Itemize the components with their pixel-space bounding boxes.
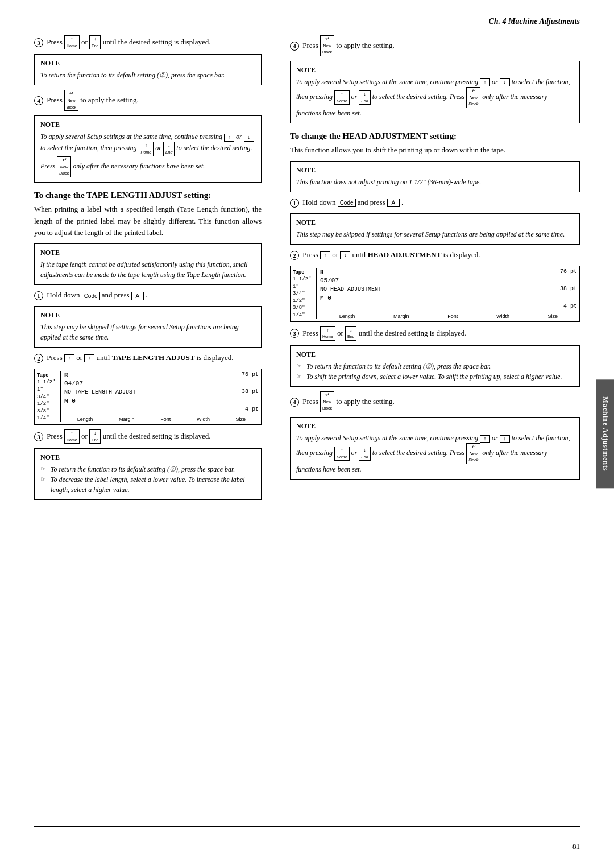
- head-step3-number: 3: [290, 329, 299, 338]
- tape-step3-or: or: [81, 432, 88, 440]
- note5-item2: To decrease the label length, select a l…: [40, 474, 255, 495]
- lcd1-footer-length: Length: [77, 416, 93, 422]
- tape-step2-text1: until: [97, 353, 110, 362]
- lcd2-size-1_4: 1/4": [293, 312, 305, 318]
- right-note4-item2: To shift the printing down, select a low…: [296, 371, 574, 382]
- head-step2-key1: ↑: [320, 251, 330, 259]
- note4-label: NOTE: [40, 311, 255, 320]
- lcd1-line2: NO TAPE LENGTH ADJUST: [64, 388, 238, 396]
- right-note5-key2: ↓: [500, 435, 510, 443]
- lcd1-footer-margin: Margin: [119, 416, 135, 422]
- step4-text: to apply the setting.: [80, 96, 139, 104]
- lcd1-size3: 4 pt: [245, 406, 259, 412]
- right-note5-key4: ↓End: [359, 447, 370, 461]
- head-adj-body: This function allows you to shift the pr…: [290, 144, 580, 156]
- lcd2-line2: NO HEAD ADJUSTMENT: [320, 285, 557, 294]
- note1-text: To return the function to its default se…: [40, 70, 255, 80]
- right-note5-key1: ↑: [480, 435, 490, 443]
- tape-step2-or: or: [76, 353, 82, 362]
- lcd1-size-3_4: 3/4": [37, 394, 49, 400]
- lcd1-footer-font: Font: [160, 416, 171, 422]
- right-note1-key1: ↑: [480, 78, 490, 86]
- right-column: 4 Press ↵NewBlock to apply the setting. …: [279, 32, 614, 821]
- head-step4-text: to apply the setting.: [336, 397, 395, 406]
- head-step2-text1: until: [352, 250, 366, 259]
- lcd1-right: 76 pt 38 pt 4 pt: [238, 371, 259, 412]
- lcd1-size-1: 1": [37, 387, 43, 392]
- tape-length-heading: To change the TAPE LENGTH ADJUST setting…: [34, 191, 262, 200]
- lcd2-footer: Length Margin Font Width Size: [320, 312, 577, 319]
- note2-key4: ↓End: [163, 142, 175, 156]
- right-note4-item1: To return the function to its default se…: [296, 361, 574, 371]
- note5-box: NOTE To return the function to its defau…: [34, 448, 262, 500]
- right-note2-label: NOTE: [296, 166, 574, 175]
- lcd1-size-1_2: 1/2": [37, 401, 49, 407]
- lcd1-tape-sizes: Tape 1 1/2" 1" 3/4" 1/2" 3/8" 1/4": [37, 371, 61, 422]
- step4-number: 4: [34, 96, 43, 105]
- tape-step1-hold-label: Hold down: [47, 291, 80, 299]
- step4-press-label: Press: [47, 96, 62, 104]
- lcd2-main: 05/07 NO HEAD ADJUSTMENT M 0: [320, 276, 557, 303]
- step3-or-label: or: [81, 38, 88, 46]
- note4-box: NOTE This step may be skipped if setting…: [34, 306, 262, 348]
- head-step3-text: until the desired setting is displayed.: [359, 328, 467, 337]
- head-step4-para: 4 Press ↵NewBlock to apply the setting.: [290, 391, 580, 412]
- header-title: Ch. 4 Machine Adjustments: [488, 17, 580, 26]
- tape-step3-key2: ↓End: [89, 429, 101, 444]
- tape-length-body: When printing a label with a specified l…: [34, 204, 262, 239]
- right-step4-para: 4 Press ↵NewBlock to apply the setting.: [290, 35, 580, 56]
- lcd2-line1: 05/07: [320, 276, 557, 286]
- right-note5-box: NOTE To apply several Setup settings at …: [290, 417, 580, 480]
- lcd-display-1: Tape 1 1/2" 1" 3/4" 1/2" 3/8" 1/4" R 04/…: [34, 369, 262, 425]
- right-step4-key: ↵NewBlock: [320, 35, 334, 56]
- right-note3-label: NOTE: [296, 218, 574, 227]
- lcd1-line3: M 0: [64, 396, 238, 406]
- lcd2-tape-sizes: Tape 1 1/2" 1" 3/4" 1/2" 3/8" 1/4": [293, 268, 317, 319]
- page-number: 81: [0, 842, 614, 851]
- note1-box: NOTE To return the function to its defau…: [34, 54, 262, 85]
- lcd2-size-3_4: 3/4": [293, 291, 305, 296]
- right-note4-box: NOTE To return the function to its defau…: [290, 345, 580, 387]
- step4-key: ↵NewBlock: [64, 90, 78, 111]
- lcd2-size2: 38 pt: [560, 286, 577, 292]
- head-step1-code-key: Code: [338, 199, 356, 207]
- head-step2-para: 2 Press ↑ or ↓ until HEAD ADJUSTMENT is …: [290, 249, 580, 261]
- lcd2-tape-label: Tape: [293, 269, 304, 275]
- lcd2-right: 76 pt 38 pt 4 pt: [557, 268, 577, 309]
- note2-key2: ↓: [244, 134, 254, 142]
- tape-step3-key1: ↑Home: [64, 429, 80, 444]
- head-step4-key: ↵NewBlock: [320, 391, 334, 412]
- lcd2-size-1_2: 1/2": [293, 298, 305, 304]
- head-step3-para: 3 Press ↑Home or ↓End until the desired …: [290, 326, 580, 341]
- step3-key2: ↓End: [89, 35, 101, 49]
- right-step4-number: 4: [290, 42, 299, 51]
- step3-press-label: Press: [47, 38, 62, 46]
- head-adj-heading: To change the HEAD ADJUSTMENT setting:: [290, 131, 580, 141]
- lcd1-size-1_4: 1/4": [37, 415, 49, 421]
- tape-step3-text: until the desired setting is displayed.: [103, 432, 211, 440]
- head-step3-key1: ↑Home: [320, 326, 335, 341]
- lcd2-size-1_5: 1 1/2": [293, 276, 311, 282]
- tape-step1-a-key: A: [131, 292, 144, 300]
- tape-step1-number: 1: [34, 291, 43, 300]
- right-note1-key3: ↑Home: [334, 90, 350, 105]
- right-note1-key5: ↵NewBlock: [466, 87, 480, 108]
- lcd2-footer-size: Size: [548, 313, 558, 319]
- lcd2-footer-margin: Margin: [393, 313, 409, 319]
- right-note5-key3: ↑Home: [334, 447, 350, 461]
- note3-box: NOTE If the tape length cannot be adjust…: [34, 243, 262, 285]
- tape-step2-press-label: Press: [47, 353, 62, 362]
- step4-para: 4 Press ↵NewBlock to apply the setting.: [34, 90, 262, 111]
- lcd2-size3: 4 pt: [563, 303, 577, 309]
- lcd1-footer-width: Width: [197, 416, 210, 422]
- lcd1-size1: 76 pt: [242, 371, 259, 378]
- lcd-display-2: Tape 1 1/2" 1" 3/4" 1/2" 3/8" 1/4" R 05/…: [290, 266, 580, 322]
- head-step3-or: or: [337, 328, 343, 337]
- tape-step1-and-label: and press: [102, 291, 130, 299]
- head-step1-number: 1: [290, 199, 299, 208]
- tape-step2-key2: ↓: [84, 354, 94, 362]
- head-step3-key2: ↓End: [345, 326, 356, 341]
- head-step2-bold: HEAD ADJUSTMENT: [368, 250, 442, 259]
- tape-step2-number: 2: [34, 354, 43, 363]
- right-note4-label: NOTE: [296, 350, 574, 359]
